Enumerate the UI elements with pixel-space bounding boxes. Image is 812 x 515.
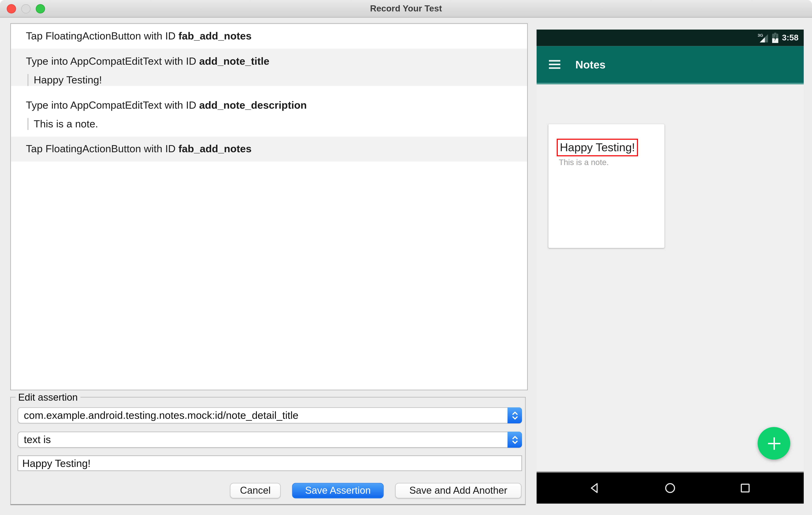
screen: Record Your Test Tap FloatingActionButto… (0, 0, 812, 515)
zoom-button[interactable] (36, 4, 45, 13)
action-list-item[interactable]: Tap FloatingActionButton with ID fab_add… (11, 137, 527, 161)
edit-assertion-panel: Edit assertion com.example.android.testi… (10, 397, 526, 505)
action-list-item[interactable]: Type into AppCompatEditText with ID add_… (11, 93, 527, 130)
cancel-button[interactable]: Cancel (230, 483, 281, 498)
action-text: Tap FloatingActionButton with ID fab_add… (11, 24, 527, 49)
add-note-fab[interactable] (758, 427, 790, 460)
save-assertion-button[interactable]: Save Assertion (292, 483, 384, 498)
edit-assertion-legend: Edit assertion (16, 392, 80, 403)
recents-button-icon[interactable] (739, 482, 751, 494)
recorded-actions-list[interactable]: Tap FloatingActionButton with ID fab_add… (10, 23, 528, 390)
menu-hamburger-icon[interactable] (549, 60, 560, 69)
action-text: Tap FloatingActionButton with ID fab_add… (11, 137, 527, 161)
action-prefix: Type into AppCompatEditText with ID (26, 55, 199, 67)
titlebar: Record Your Test (0, 0, 812, 18)
minimize-button[interactable] (21, 4, 31, 13)
action-view-id: add_note_description (199, 99, 307, 111)
assertion-condition-value: text is (18, 432, 522, 447)
asserted-note-title: Happy Testing! (557, 139, 638, 156)
device-screenshot: 3G 3:58 Notes (536, 30, 804, 504)
android-nav-bar (536, 472, 804, 504)
back-button-icon[interactable] (589, 482, 601, 494)
action-view-id: fab_add_notes (178, 143, 252, 154)
traffic-lights (7, 4, 45, 13)
battery-charging-icon (772, 33, 779, 43)
action-prefix: Tap FloatingActionButton with ID (26, 30, 178, 41)
action-list-item[interactable]: Tap FloatingActionButton with ID fab_add… (11, 24, 527, 49)
action-typed-value: This is a note. (27, 118, 527, 130)
action-list-item[interactable]: Type into AppCompatEditText with ID add_… (11, 49, 527, 86)
assertion-buttons: Cancel Save Assertion Save and Add Anoth… (230, 483, 522, 498)
action-text: Type into AppCompatEditText with ID add_… (11, 49, 527, 74)
note-card[interactable]: Happy Testing! This is a note. (548, 124, 664, 248)
action-prefix: Type into AppCompatEditText with ID (26, 99, 199, 111)
action-view-id: fab_add_notes (178, 30, 252, 41)
save-and-add-another-button[interactable]: Save and Add Another (395, 483, 522, 498)
cellular-signal-icon: 3G (757, 33, 768, 43)
dropdown-stepper-icon[interactable] (508, 432, 522, 448)
assertion-target-value: com.example.android.testing.notes.mock:i… (18, 408, 522, 423)
window-title: Record Your Test (0, 0, 812, 17)
action-text: Type into AppCompatEditText with ID add_… (11, 93, 527, 118)
dropdown-stepper-icon[interactable] (508, 407, 522, 423)
action-prefix: Tap FloatingActionButton with ID (26, 143, 178, 154)
action-view-id: add_note_title (199, 55, 269, 67)
assertion-target-dropdown[interactable]: com.example.android.testing.notes.mock:i… (18, 407, 522, 423)
home-button-icon[interactable] (664, 482, 676, 494)
note-description: This is a note. (559, 158, 609, 167)
toolbar-title: Notes (575, 58, 605, 70)
assertion-condition-dropdown[interactable]: text is (18, 432, 522, 448)
assertion-value-input[interactable]: Happy Testing! (18, 455, 522, 471)
network-type-label: 3G (758, 33, 763, 37)
close-button[interactable] (7, 4, 16, 13)
record-your-test-window: Record Your Test Tap FloatingActionButto… (0, 0, 812, 515)
notes-app-toolbar: Notes (536, 46, 804, 84)
notes-list-area: Happy Testing! This is a note. (536, 84, 804, 472)
action-typed-value: Happy Testing! (27, 74, 527, 86)
plus-icon (766, 436, 781, 451)
device-status-bar: 3G 3:58 (536, 30, 804, 46)
status-bar-clock: 3:58 (782, 33, 799, 42)
